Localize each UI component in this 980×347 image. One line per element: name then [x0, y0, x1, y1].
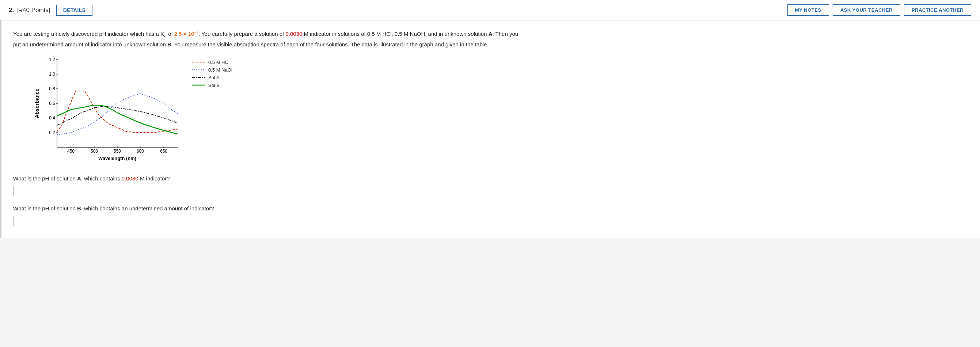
- legend-hcl: 0.5 M HCl: [192, 59, 235, 65]
- q1-concentration: 0.0030: [122, 175, 138, 181]
- svg-text:600: 600: [137, 149, 144, 154]
- svg-text:0.8: 0.8: [49, 86, 55, 91]
- legend-sol-b-icon: [192, 83, 205, 87]
- ka-exponent: −7: [194, 30, 198, 34]
- solution-b-ref: B: [167, 41, 171, 48]
- question-2-text: What is the pH of solution B, which cont…: [13, 204, 968, 213]
- practice-another-button[interactable]: PRACTICE ANOTHER: [904, 5, 971, 16]
- legend-sol-a-icon: [192, 75, 205, 80]
- graph-legend: 0.5 M HCl 0.5 M NaOH Sol A Sol B: [192, 56, 235, 166]
- question-2-block: What is the pH of solution B, which cont…: [13, 204, 968, 226]
- main-content: You are testing a newly discovered pH in…: [0, 21, 980, 238]
- question-1-text: What is the pH of solution A, which cont…: [13, 174, 968, 183]
- graph-area: Absorbance 1.2 1.0 0.8 0.6 0.4 0.2: [35, 56, 968, 166]
- q1-answer-input[interactable]: [13, 186, 46, 196]
- legend-naoh-label: 0.5 M NaOH: [208, 67, 235, 73]
- top-bar: 2. [-/40 Points] DETAILS MY NOTES ASK YO…: [0, 0, 980, 21]
- details-button[interactable]: DETAILS: [56, 5, 93, 16]
- svg-text:550: 550: [114, 149, 121, 154]
- my-notes-button[interactable]: MY NOTES: [788, 5, 829, 16]
- sol-b-curve: [57, 105, 178, 134]
- legend-naoh: 0.5 M NaOH: [192, 67, 235, 73]
- concentration-value: 0.0030: [285, 31, 302, 37]
- q2-answer-input[interactable]: [13, 216, 46, 226]
- svg-text:0.6: 0.6: [49, 101, 55, 106]
- solution-a-ref: A: [488, 31, 493, 37]
- legend-sol-a-label: Sol A: [208, 75, 219, 80]
- chart-svg: Absorbance 1.2 1.0 0.8 0.6 0.4 0.2: [35, 56, 181, 166]
- chart: Absorbance 1.2 1.0 0.8 0.6 0.4 0.2: [35, 56, 181, 166]
- legend-naoh-icon: [192, 68, 205, 72]
- question-number: 2. [-/40 Points]: [9, 6, 51, 14]
- hcl-curve: [57, 91, 178, 132]
- svg-text:500: 500: [91, 149, 98, 154]
- svg-text:0.2: 0.2: [49, 130, 55, 135]
- ask-teacher-button[interactable]: ASK YOUR TEACHER: [833, 5, 900, 16]
- svg-text:1.2: 1.2: [49, 57, 55, 62]
- legend-sol-b-label: Sol B: [208, 83, 220, 88]
- problem-text: You are testing a newly discovered pH in…: [13, 29, 525, 49]
- svg-text:1.0: 1.0: [49, 72, 55, 77]
- svg-text:Absorbance: Absorbance: [35, 88, 40, 118]
- legend-hcl-label: 0.5 M HCl: [208, 59, 229, 65]
- svg-text:Wavelength (nm): Wavelength (nm): [98, 156, 136, 161]
- legend-hcl-icon: [192, 60, 205, 64]
- svg-text:650: 650: [160, 149, 167, 154]
- legend-sol-b: Sol B: [192, 83, 235, 88]
- q1-solution-label: A: [77, 175, 81, 181]
- top-right-buttons: MY NOTES ASK YOUR TEACHER PRACTICE ANOTH…: [788, 5, 971, 16]
- svg-text:450: 450: [67, 149, 75, 154]
- svg-text:0.4: 0.4: [49, 115, 55, 121]
- q2-solution-label: B: [77, 205, 81, 212]
- legend-sol-a: Sol A: [192, 75, 235, 80]
- naoh-curve: [57, 94, 178, 135]
- ka-subscript: a: [164, 33, 167, 38]
- ka-value: 2.5 × 10−7: [174, 31, 199, 37]
- question-1-block: What is the pH of solution A, which cont…: [13, 174, 968, 196]
